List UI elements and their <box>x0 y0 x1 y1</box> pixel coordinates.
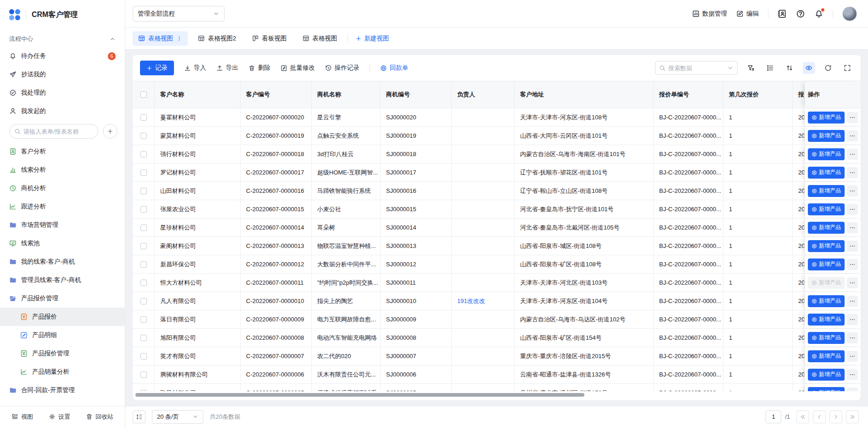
sidebar-item-产品报价[interactable]: 产品报价 <box>0 308 125 326</box>
filter-button[interactable] <box>745 62 757 74</box>
last-page-button[interactable] <box>846 410 859 423</box>
add-product-button[interactable]: 新增产品 <box>808 314 845 326</box>
add-product-button[interactable]: 新增产品 <box>808 112 845 124</box>
table-row[interactable]: 山田材料公司C-20220607-0000016马蹄铁智能骑行系统SJ00000… <box>133 182 861 200</box>
删除-button[interactable]: 删除 <box>248 64 270 72</box>
row-more-button[interactable] <box>847 204 858 215</box>
user-avatar[interactable] <box>842 6 857 21</box>
horizontal-scrollbar[interactable] <box>134 392 859 398</box>
sidebar-item-待办任务[interactable]: 待办任务6 <box>0 47 125 65</box>
sidebar-add-button[interactable] <box>103 124 118 139</box>
row-checkbox[interactable] <box>140 206 147 213</box>
refresh-button[interactable] <box>822 62 834 74</box>
table-row[interactable]: 飞昱材料公司C-20220607-0000005便携式娱乐营销测试系...SJ0… <box>133 384 861 391</box>
row-more-button[interactable] <box>847 241 858 252</box>
sidebar-item-跟进分析[interactable]: 跟进分析 <box>0 197 125 216</box>
sidebar-item-商机分析[interactable]: 商机分析 <box>0 179 125 197</box>
owner-cell[interactable]: 191改改改 <box>452 292 515 310</box>
table-row[interactable]: 蔓霍材料公司C-20220607-0000020星云引擎SJ0000020天津市… <box>133 108 861 127</box>
导出-button[interactable]: 导出 <box>216 64 238 72</box>
row-checkbox[interactable] <box>140 133 147 139</box>
row-checkbox[interactable] <box>140 225 147 231</box>
sidebar-footer-设置[interactable]: 设置 <box>49 413 70 421</box>
sidebar-item-我的线索-客户-商机[interactable]: 我的线索-客户-商机 <box>0 253 125 271</box>
add-product-button[interactable]: 新增产品 <box>808 222 845 234</box>
sidebar-item-市场营销管理[interactable]: 市场营销管理 <box>0 216 125 234</box>
table-row[interactable]: 凡人有限公司C-20220607-0000010指尖上的陶艺SJ00000101… <box>133 292 861 310</box>
row-checkbox[interactable] <box>140 243 147 249</box>
row-checkbox[interactable] <box>140 316 147 323</box>
sidebar-item-我发起的[interactable]: 我发起的 <box>0 102 125 120</box>
row-more-button[interactable] <box>847 388 858 392</box>
add-product-button[interactable]: 新增产品 <box>808 148 845 160</box>
sidebar-item-产品报价管理[interactable]: 产品报价管理 <box>0 344 125 363</box>
row-more-button[interactable] <box>847 222 858 233</box>
sidebar-item-产品明细[interactable]: 产品明细 <box>0 326 125 344</box>
row-checkbox[interactable] <box>140 188 147 194</box>
sidebar-footer-回收站[interactable]: 回收站 <box>86 413 113 421</box>
page-size-select[interactable]: 20 条/页 <box>152 410 203 424</box>
row-checkbox[interactable] <box>140 169 147 176</box>
add-product-button[interactable]: 新增产品 <box>808 350 845 362</box>
table-row[interactable]: 腾骏材料有限公司C-20220607-0000006沃木有限责任公司元...SJ… <box>133 365 861 384</box>
row-checkbox[interactable] <box>140 390 147 392</box>
row-more-button[interactable] <box>847 277 858 288</box>
sidebar-item-客户分析[interactable]: 客户分析 <box>0 142 125 161</box>
导入-button[interactable]: 导入 <box>184 64 206 72</box>
批量修改-button[interactable]: 批量修改 <box>280 64 315 72</box>
fullscreen-button[interactable] <box>841 62 853 74</box>
sidebar-section-process-center[interactable]: 流程中心 <box>0 29 125 47</box>
sidebar-item-产品报价管理[interactable]: 产品报价管理 <box>0 289 125 308</box>
first-page-button[interactable] <box>796 410 809 423</box>
row-more-button[interactable] <box>847 112 858 123</box>
sort-button[interactable] <box>784 62 795 74</box>
flow-select[interactable]: 管理全部流程 <box>133 6 224 22</box>
add-product-button[interactable]: 新增产品 <box>808 277 845 289</box>
操作记录-button[interactable]: 操作记录 <box>325 64 359 72</box>
row-checkbox[interactable] <box>140 261 147 268</box>
table-row[interactable]: 强行材料公司C-20220607-00000183d打印八桂云SJ0000018… <box>133 145 861 163</box>
row-checkbox[interactable] <box>140 335 147 341</box>
add-product-button[interactable]: 新增产品 <box>808 130 845 142</box>
table-row[interactable]: 星珍材料公司C-20220607-0000014耳朵树SJ0000014河北省-… <box>133 219 861 237</box>
payment-slip-button[interactable]: 回款单 <box>380 64 409 72</box>
hide-fields-button[interactable] <box>803 62 815 74</box>
table-row[interactable]: 新昌环保公司C-20220607-0000012大数据分析中间件平...SJ00… <box>133 255 861 274</box>
address-book-button[interactable] <box>778 9 787 18</box>
row-checkbox[interactable] <box>140 280 147 286</box>
row-more-button[interactable] <box>847 259 858 270</box>
sidebar-item-抄送我的[interactable]: 抄送我的 <box>0 65 125 84</box>
row-checkbox[interactable] <box>140 298 147 304</box>
tab-表格视图[interactable]: 表格视图 <box>297 31 343 46</box>
add-product-button[interactable]: 新增产品 <box>808 167 845 179</box>
table-row[interactable]: 落日有限公司C-20220607-0000009电力互联网故障自愈...SJ00… <box>133 310 861 329</box>
sidebar-item-线索池[interactable]: 线索池 <box>0 234 125 253</box>
group-button[interactable] <box>764 62 776 74</box>
row-more-button[interactable] <box>847 167 858 178</box>
row-more-button[interactable] <box>847 149 858 160</box>
select-all-checkbox[interactable] <box>140 91 147 98</box>
row-height-button[interactable] <box>133 410 146 423</box>
table-row[interactable]: 旭阳有限公司C-20220607-0000008电动汽车智能充电网络SJ0000… <box>133 329 861 347</box>
sidebar-item-产品销量分析[interactable]: 产品销量分析 <box>0 363 125 381</box>
row-checkbox[interactable] <box>140 114 147 121</box>
table-search-input[interactable] <box>668 65 724 72</box>
add-product-button[interactable]: 新增产品 <box>808 258 845 270</box>
add-product-button[interactable]: 新增产品 <box>808 332 845 344</box>
sidebar-footer-视图[interactable]: 视图 <box>11 413 33 421</box>
row-checkbox[interactable] <box>140 353 147 360</box>
sidebar-item-线索分析[interactable]: 线索分析 <box>0 161 125 179</box>
table-row[interactable]: 罗记材料公司C-20220607-0000017超级HOME-互联网智...SJ… <box>133 163 861 182</box>
scrollbar-thumb[interactable] <box>135 393 584 397</box>
row-more-button[interactable] <box>847 185 858 197</box>
add-product-button[interactable]: 新增产品 <box>808 369 845 381</box>
row-more-button[interactable] <box>847 130 858 141</box>
add-product-button[interactable]: 新增产品 <box>808 295 845 307</box>
table-row[interactable]: 蒙莫材料公司C-20220607-0000019点触云安全系统SJ0000019… <box>133 127 861 145</box>
next-page-button[interactable] <box>829 410 842 423</box>
help-button[interactable] <box>796 9 805 18</box>
tab-看板视图[interactable]: 看板视图 <box>246 31 292 46</box>
page-number-input[interactable] <box>766 410 781 423</box>
add-product-button[interactable]: 新增产品 <box>808 387 845 392</box>
sidebar-item-我处理的[interactable]: 我处理的 <box>0 84 125 102</box>
